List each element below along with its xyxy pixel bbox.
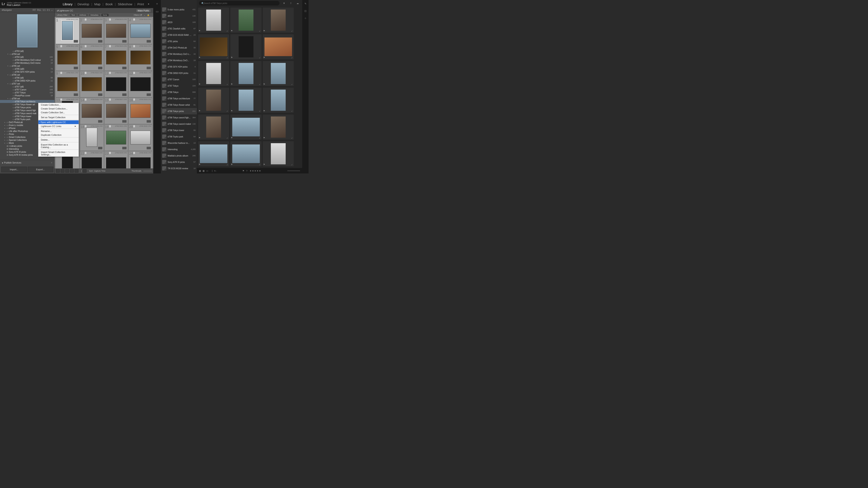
compare-view-icon[interactable] bbox=[65, 169, 69, 173]
grid-cell[interactable]: 15d798-5027.CR2 bbox=[104, 98, 128, 124]
chevron-icon[interactable]: ⌄ bbox=[144, 14, 145, 16]
flag-reject-icon[interactable]: ⚐ bbox=[246, 170, 248, 172]
folder-icon[interactable]: ▭ bbox=[153, 8, 161, 15]
grid-cell[interactable]: 7d798-5019.CR2 bbox=[104, 44, 128, 71]
grid-cell[interactable]: 24d798-5036.CR2 bbox=[128, 151, 152, 168]
cc-album-item[interactable]: d797 Tokyo104 bbox=[161, 83, 197, 89]
cc-grid-cell[interactable]: ⚑✓ bbox=[230, 34, 261, 59]
collection-item[interactable]: ▭d793 (all) bbox=[0, 50, 55, 53]
grid-cell[interactable]: 1d798-5013.CR2 bbox=[56, 18, 80, 44]
cc-grid-cell[interactable]: ⚑✓ bbox=[263, 141, 294, 166]
menu-item[interactable]: Create Smart Collection... bbox=[38, 107, 79, 110]
menu-item[interactable]: Import Smart Collection Settings... bbox=[38, 150, 79, 157]
chevron-icon[interactable]: ⌄ bbox=[51, 9, 53, 11]
thumbnail-slider[interactable] bbox=[144, 171, 152, 171]
filters-off[interactable]: Filters Off bbox=[134, 14, 142, 16]
cc-album-item[interactable]: TR EOS M100 review10 bbox=[161, 165, 197, 171]
collection-item[interactable]: ▭d795 GFX H2H picks12 bbox=[0, 70, 55, 73]
cc-grid-cell[interactable]: ⚑✓ bbox=[230, 141, 261, 166]
collection-item[interactable]: ▭d794 Worlebury DxO colour16 bbox=[0, 59, 55, 61]
collection-item[interactable]: ▭PhotoPlus cover19 bbox=[0, 94, 55, 97]
grid-cell[interactable]: 23d798-5035.CR2 bbox=[104, 151, 128, 168]
cc-album-item[interactable]: d797 Canon193 bbox=[161, 76, 197, 83]
cc-grid-cell[interactable]: ⚑✓ bbox=[198, 88, 229, 113]
cc-album-item[interactable]: d794 Worlebury DxO...18 bbox=[161, 57, 197, 64]
detail-view-icon[interactable]: ▭ bbox=[206, 170, 208, 172]
cc-album-item[interactable]: d798 Tokyo sword maker132 bbox=[161, 121, 197, 127]
grid-cell[interactable]: 10d798-5022.CR2 bbox=[80, 71, 104, 97]
collection-item[interactable]: ▾▭d794 set bbox=[0, 53, 55, 56]
cc-grid-cell[interactable]: ⚑✓ bbox=[230, 8, 261, 33]
survey-view-icon[interactable] bbox=[70, 169, 74, 173]
filter-none[interactable]: None bbox=[101, 14, 109, 16]
navigator-header[interactable]: ▾ Navigator FIT FILL 1:1 2:1 ⌄ bbox=[0, 8, 55, 12]
import-button[interactable]: Import... bbox=[1, 167, 27, 172]
module-book[interactable]: Book bbox=[103, 2, 115, 6]
collection-item[interactable]: ▾▭d797 set bbox=[0, 82, 55, 85]
module-library[interactable]: Library bbox=[61, 2, 74, 6]
grid-cell[interactable]: 5d798-5017.CR2 bbox=[56, 44, 80, 71]
module-map[interactable]: Map bbox=[92, 2, 102, 6]
sort-select[interactable]: Capture Time bbox=[94, 170, 105, 172]
menu-item[interactable]: Set as Target Collection bbox=[38, 116, 79, 119]
cc-grid-cell[interactable]: ⚑✓ bbox=[198, 61, 229, 86]
filter-attribute[interactable]: Attribute bbox=[78, 14, 88, 16]
cc-grid-cell[interactable]: ⚑✓ bbox=[230, 115, 261, 139]
cc-grid-cell[interactable]: ⚑✓ bbox=[198, 34, 229, 59]
cc-album-item[interactable]: d791 picks64 bbox=[161, 38, 197, 44]
module-slideshow[interactable]: Slideshow bbox=[116, 2, 134, 6]
cc-album-item[interactable]: d796 D850 H2H picks11 bbox=[161, 70, 197, 76]
grid-cell[interactable]: 18d798-5030.CR2 bbox=[80, 125, 104, 151]
collection-item[interactable]: ▭d794 Worlebury DxO mono18 bbox=[0, 61, 55, 64]
people-view-icon[interactable] bbox=[74, 169, 79, 173]
grid-cell[interactable]: 19d798-5031.CR2 bbox=[104, 125, 128, 151]
cc-album-item[interactable]: d798 Tokyo flower artist91 bbox=[161, 102, 197, 108]
cc-album-item[interactable]: d618130 bbox=[161, 13, 197, 19]
cc-album-item[interactable]: d795 GFX H2H picks4 bbox=[161, 64, 197, 70]
tag-icon[interactable]: ⌂ bbox=[302, 14, 309, 22]
cc-grid-cell[interactable]: ⚑✓ bbox=[263, 115, 294, 139]
square-grid-icon[interactable]: ▦ bbox=[203, 170, 205, 172]
collection-item[interactable]: ▾▭d798 set bbox=[0, 97, 55, 100]
cc-grid-cell[interactable]: ⚑✓ bbox=[263, 61, 294, 86]
cc-album-item[interactable]: d798 Tokyo architecture77 bbox=[161, 95, 197, 102]
filter-metadata[interactable]: Metadata bbox=[89, 14, 100, 16]
cc-grid-cell[interactable]: ⚑✓ bbox=[230, 88, 261, 113]
cloud-icon[interactable]: ☁ bbox=[295, 2, 300, 5]
menu-item[interactable]: Create Collection... bbox=[38, 103, 79, 107]
photo-grid-icon[interactable]: ▦ bbox=[199, 170, 201, 172]
cc-grid-cell[interactable]: ⚑✓ bbox=[198, 8, 229, 33]
collection-item[interactable]: ▭d796 (all)58 bbox=[0, 76, 55, 79]
collection-item[interactable]: ▭d797 Canon193 bbox=[0, 88, 55, 91]
cc-album-item[interactable]: Matilda's photo album295 bbox=[161, 153, 197, 159]
collection-item[interactable]: ▾▭d795 set bbox=[0, 64, 55, 67]
menu-item[interactable]: Export this Collection as a Catalog... bbox=[38, 143, 79, 149]
export-button[interactable]: Export... bbox=[28, 167, 53, 172]
menu-item[interactable]: Lightroom CC Links bbox=[38, 124, 79, 128]
cc-album-item[interactable]: d781 Dawlish edits67 bbox=[161, 25, 197, 32]
collection-item[interactable]: ▭d797 (all)298 bbox=[0, 85, 55, 88]
loupe-view-icon[interactable] bbox=[61, 169, 64, 173]
collection-item[interactable]: ▭d795 (all)\73 bbox=[0, 67, 55, 70]
cc-album-item[interactable]: d798 Tokyo tower55 bbox=[161, 127, 197, 133]
grid-cell[interactable]: 12d798-5024.CR2 bbox=[128, 71, 152, 97]
edit-icon[interactable]: ✎ bbox=[302, 0, 309, 7]
menu-item[interactable]: Create Collection Set... bbox=[38, 110, 79, 115]
cc-album-item[interactable]: d789 EOS M100 RAW p...23 bbox=[161, 32, 197, 38]
menu-item[interactable]: Delete... bbox=[38, 138, 79, 142]
more-modules-icon[interactable]: ▸ bbox=[146, 2, 152, 6]
cc-grid-cell[interactable]: ⚑✓ bbox=[230, 61, 261, 86]
painter-icon[interactable] bbox=[83, 169, 87, 173]
cc-grid-cell[interactable]: ⚑✓ bbox=[263, 88, 294, 113]
cc-album-item[interactable]: d794 Worlebury DxO c...16 bbox=[161, 51, 197, 57]
cc-album-item[interactable]: d619193 bbox=[161, 19, 197, 25]
cc-album-item[interactable]: 5-star mono picks431 bbox=[161, 6, 197, 13]
grid-view-icon[interactable] bbox=[56, 169, 60, 173]
cc-grid-cell[interactable]: ⚑✓ bbox=[198, 141, 229, 166]
grid-cell[interactable]: 8d798-5020.CR2 bbox=[128, 44, 152, 71]
grid-cell[interactable]: 14d798-5026.CR2 bbox=[80, 98, 104, 124]
filter-icon[interactable]: ▼ bbox=[282, 2, 286, 4]
publish-services[interactable]: ▸ Publish Services+ bbox=[0, 160, 55, 165]
crop-icon[interactable]: ◫ bbox=[302, 7, 309, 14]
menu-item[interactable]: Duplicate Collection bbox=[38, 133, 79, 137]
